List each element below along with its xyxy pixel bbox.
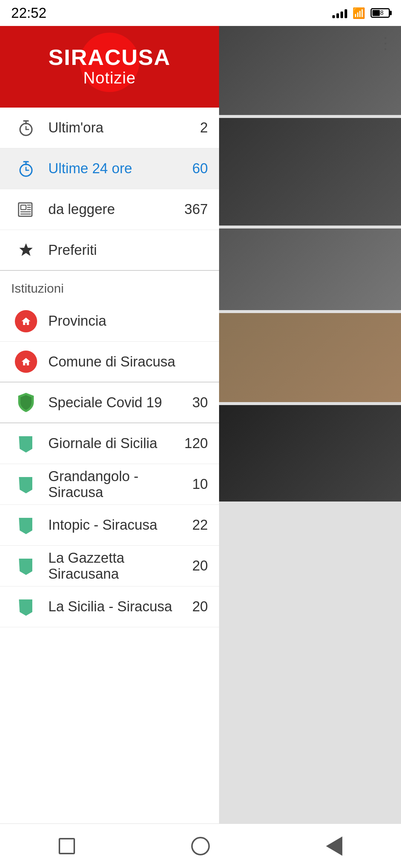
menu-item-da-leggere[interactable]: da leggere 367 (0, 189, 219, 230)
menu-label-ultime-24-ore: Ultime 24 ore (48, 161, 192, 177)
menu-count-ultime-24-ore: 60 (192, 161, 208, 177)
tag-green-icon-1 (11, 476, 41, 493)
menu-count-la-gazzetta-siracusana: 20 (192, 558, 208, 574)
menu-item-ultim-ora[interactable]: Ultim'ora 2 (0, 108, 219, 148)
bottom-nav (0, 823, 401, 868)
menu-item-la-sicilia-siracusa[interactable]: La Sicilia - Siracusa 20 (0, 586, 219, 627)
header-text: SIRACUSA Notizie (48, 46, 170, 87)
back-icon (326, 836, 342, 856)
stopwatch-blue-icon (11, 160, 41, 177)
menu-label-provincia: Provincia (48, 313, 208, 329)
stopwatch-icon (11, 119, 41, 137)
tag-green-icon-3 (11, 557, 41, 575)
menu-item-ultime-24-ore[interactable]: Ultime 24 ore 60 (0, 148, 219, 189)
section-header-istituzioni: Istituzioni (0, 271, 219, 301)
nav-back-button[interactable] (319, 831, 349, 861)
menu-item-preferiti[interactable]: Preferiti (0, 230, 219, 271)
menu-item-intopic-siracusa[interactable]: Intopic - Siracusa 22 (0, 505, 219, 546)
menu-label-la-sicilia-siracusa: La Sicilia - Siracusa (48, 599, 192, 615)
menu-item-comune-di-siracusa[interactable]: Comune di Siracusa (0, 342, 219, 382)
menu-label-comune-di-siracusa: Comune di Siracusa (48, 354, 208, 370)
menu-label-grandangolo-siracusa: Grandangolo - Siracusa (48, 468, 192, 500)
news-thumb-5 (219, 405, 401, 502)
menu-item-giornale-di-sicilia[interactable]: Giornale di Sicilia 120 (0, 423, 219, 464)
menu-count-giornale-di-sicilia: 120 (185, 435, 208, 451)
svg-marker-17 (19, 243, 33, 256)
main-container: SIRACUSA Notizie Ultim'ora 2 (0, 26, 401, 823)
nav-square-button[interactable] (52, 831, 82, 861)
tag-green-icon-0 (11, 435, 41, 453)
more-button[interactable]: ⋮ (377, 33, 394, 52)
shield-green-icon (11, 392, 41, 413)
menu-label-speciale-covid: Speciale Covid 19 (48, 395, 192, 411)
battery-icon: 48 (371, 8, 390, 18)
menu-list: Ultim'ora 2 Ultime 24 ore 60 (0, 108, 219, 823)
menu-count-la-sicilia-siracusa: 20 (192, 599, 208, 615)
menu-count-intopic-siracusa: 22 (192, 517, 208, 533)
menu-count-ultim-ora: 2 (200, 120, 208, 136)
news-thumb-4 (219, 313, 401, 402)
content-area: ⋮ (219, 26, 401, 823)
menu-item-provincia[interactable]: Provincia (0, 301, 219, 342)
signal-icon (332, 8, 347, 18)
home-red-icon-comune (11, 351, 41, 373)
star-icon (11, 242, 41, 258)
svg-rect-11 (21, 205, 26, 210)
newspaper-icon (11, 202, 41, 217)
status-icons: 📶 48 (332, 7, 390, 19)
tag-green-icon-4 (11, 598, 41, 616)
menu-label-la-gazzetta-siracusana: La Gazzetta Siracusana (48, 550, 192, 582)
status-time: 22:52 (11, 5, 46, 21)
menu-label-intopic-siracusa: Intopic - Siracusa (48, 517, 192, 533)
menu-item-la-gazzetta-siracusana[interactable]: La Gazzetta Siracusana 20 (0, 546, 219, 586)
app-subtitle: Notizie (48, 69, 170, 87)
news-thumb-3 (219, 228, 401, 310)
menu-count-grandangolo-siracusa: 10 (192, 476, 208, 492)
app-title: SIRACUSA (48, 46, 170, 69)
news-thumb-1 (219, 26, 401, 115)
menu-item-speciale-covid[interactable]: Speciale Covid 19 30 (0, 382, 219, 423)
menu-label-da-leggere: da leggere (48, 201, 185, 217)
drawer-header: SIRACUSA Notizie (0, 26, 219, 108)
drawer: SIRACUSA Notizie Ultim'ora 2 (0, 26, 219, 823)
status-bar: 22:52 📶 48 (0, 0, 401, 26)
menu-count-da-leggere: 367 (185, 201, 208, 217)
news-thumb-2 (219, 118, 401, 226)
menu-item-grandangolo-siracusa[interactable]: Grandangolo - Siracusa 10 (0, 464, 219, 505)
menu-label-preferiti: Preferiti (48, 242, 208, 258)
square-icon (59, 838, 75, 854)
menu-label-giornale-di-sicilia: Giornale di Sicilia (48, 435, 185, 451)
tag-green-icon-2 (11, 516, 41, 534)
circle-icon (191, 837, 210, 855)
menu-count-speciale-covid: 30 (192, 395, 208, 411)
menu-label-ultim-ora: Ultim'ora (48, 120, 200, 136)
home-red-icon-provincia (11, 310, 41, 332)
wifi-icon: 📶 (352, 7, 365, 19)
nav-home-button[interactable] (186, 831, 215, 861)
